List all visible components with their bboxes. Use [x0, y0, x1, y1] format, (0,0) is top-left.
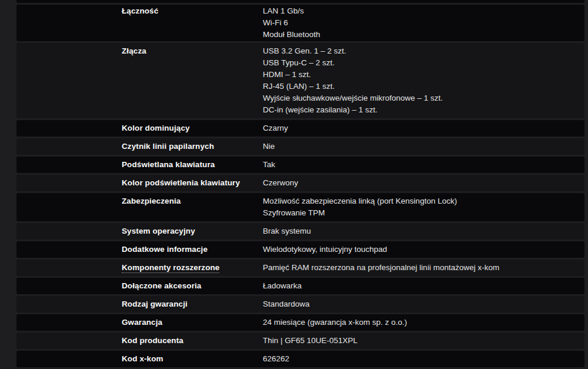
spec-value-line: Czarny: [263, 122, 573, 134]
spec-values: USB 3.2 Gen. 1 – 2 szt. USB Typu-C – 2 s…: [263, 45, 573, 116]
spec-row-kolor-podswietlenia-klawiatury: Kolor podświetlenia klawiatury Czerwony: [16, 175, 584, 191]
spec-values: Tak: [263, 159, 573, 171]
spec-value-line: Brak systemu: [263, 225, 573, 237]
spec-values: Brak systemu: [263, 225, 573, 237]
spec-value-line: USB 3.2 Gen. 1 – 2 szt.: [263, 45, 573, 57]
spec-value-line: Tak: [263, 159, 573, 171]
spec-label-tooltip-term[interactable]: Komponenty rozszerzone: [122, 262, 263, 274]
spec-label: Podświetlana klawiatura: [122, 159, 263, 171]
spec-value-line: Standardowa: [263, 298, 573, 310]
spec-row-lacznosc: Łączność LAN 1 Gb/s Wi-Fi 6 Moduł Blueto…: [16, 5, 584, 41]
spec-value-line: Możliwość zabezpieczenia linką (port Ken…: [263, 195, 573, 207]
spec-row-dolaczone-akcesoria: Dołączone akcesoria Ładowarka: [16, 278, 584, 294]
spec-values: 24 miesiące (gwarancja x-kom sp. z o.o.): [263, 317, 573, 328]
spec-value-line: Wielodotykowy, intuicyjny touchpad: [263, 244, 573, 255]
spec-row-rodzaj-gwarancji: Rodzaj gwarancji Standardowa: [16, 296, 584, 313]
spec-value-line: 626262: [263, 353, 573, 365]
spec-label: Gwarancja: [122, 317, 263, 328]
spec-label: Łączność: [122, 5, 263, 17]
spec-value-line: RJ-45 (LAN) – 1 szt.: [263, 81, 573, 92]
spec-value-line: Nie: [263, 141, 573, 152]
spec-row-gwarancja: Gwarancja 24 miesiące (gwarancja x-kom s…: [16, 314, 584, 331]
spec-row-system-operacyjny: System operacyjny Brak systemu: [16, 223, 584, 240]
spec-value-line: Wyjście słuchawkowe/wejście mikrofonowe …: [263, 92, 573, 104]
spec-values: Pamięć RAM rozszerzona na profesjonalnej…: [263, 262, 573, 274]
spec-values: Czerwony: [263, 177, 573, 189]
spec-row-dodatkowe-informacje: Dodatkowe informacje Wielodotykowy, intu…: [16, 241, 584, 258]
spec-label: Czytnik linii papilarnych: [122, 141, 263, 152]
spec-label: Rodzaj gwarancji: [122, 298, 263, 310]
spec-values: Standardowa: [263, 298, 573, 310]
spec-value-line: Ładowarka: [263, 280, 573, 292]
spec-row-podswietlana-klawiatura: Podświetlana klawiatura Tak: [16, 157, 584, 173]
spec-values: LAN 1 Gb/s Wi-Fi 6 Moduł Bluetooth: [263, 5, 573, 41]
spec-value-line: DC-in (wejście zasilania) – 1 szt.: [263, 104, 573, 116]
spec-value-line: Szyfrowanie TPM: [263, 207, 573, 219]
spec-row-kod-producenta: Kod producenta Thin | GF65 10UE-051XPL: [16, 333, 584, 349]
cropped-row-edge: [16, 0, 584, 3]
spec-label: Kod x-kom: [122, 353, 263, 365]
spec-value-line: HDMI – 1 szt.: [263, 69, 573, 81]
spec-row-kolor-dominujacy: Kolor dominujący Czarny: [16, 120, 584, 137]
spec-values: Ładowarka: [263, 280, 573, 292]
spec-value-line: Pamięć RAM rozszerzona na profesjonalnej…: [263, 262, 573, 274]
spec-label: Kolor dominujący: [122, 122, 263, 134]
product-specs-page: Łączność LAN 1 Gb/s Wi-Fi 6 Moduł Blueto…: [0, 0, 588, 369]
spec-label: Zabezpieczenia: [122, 195, 263, 207]
spec-value-line: 24 miesiące (gwarancja x-kom sp. z o.o.): [263, 317, 573, 328]
spec-values: Wielodotykowy, intuicyjny touchpad: [263, 244, 573, 255]
spec-label: Złącza: [122, 45, 263, 57]
spec-row-zlacza: Złącza USB 3.2 Gen. 1 – 2 szt. USB Typu-…: [16, 43, 584, 118]
spec-value-line: Czerwony: [263, 177, 573, 189]
spec-value-line: USB Typu-C – 2 szt.: [263, 57, 573, 69]
spec-label: Dołączone akcesoria: [122, 280, 263, 292]
spec-label: Kolor podświetlenia klawiatury: [122, 177, 263, 189]
spec-row-kod-x-kom: Kod x-kom 626262: [16, 351, 584, 367]
spec-label: Dodatkowe informacje: [122, 244, 263, 255]
spec-value-line: Wi-Fi 6: [263, 17, 573, 29]
spec-value-line: Moduł Bluetooth: [263, 29, 573, 41]
spec-label: System operacyjny: [122, 225, 263, 237]
spec-value-line: LAN 1 Gb/s: [263, 5, 573, 17]
spec-table: Łączność LAN 1 Gb/s Wi-Fi 6 Moduł Blueto…: [16, 0, 584, 369]
spec-row-czytnik-linii-papilarnych: Czytnik linii papilarnych Nie: [16, 138, 584, 155]
spec-row-zabezpieczenia: Zabezpieczenia Możliwość zabezpieczenia …: [16, 193, 584, 221]
spec-values: Czarny: [263, 122, 573, 134]
spec-values: Możliwość zabezpieczenia linką (port Ken…: [263, 195, 573, 219]
spec-row-komponenty-rozszerzone: Komponenty rozszerzone Pamięć RAM rozsze…: [16, 260, 584, 276]
spec-values: Thin | GF65 10UE-051XPL: [263, 335, 573, 347]
spec-values: 626262: [263, 353, 573, 365]
spec-values: Nie: [263, 141, 573, 152]
spec-label: Kod producenta: [122, 335, 263, 347]
spec-value-line: Thin | GF65 10UE-051XPL: [263, 335, 573, 347]
